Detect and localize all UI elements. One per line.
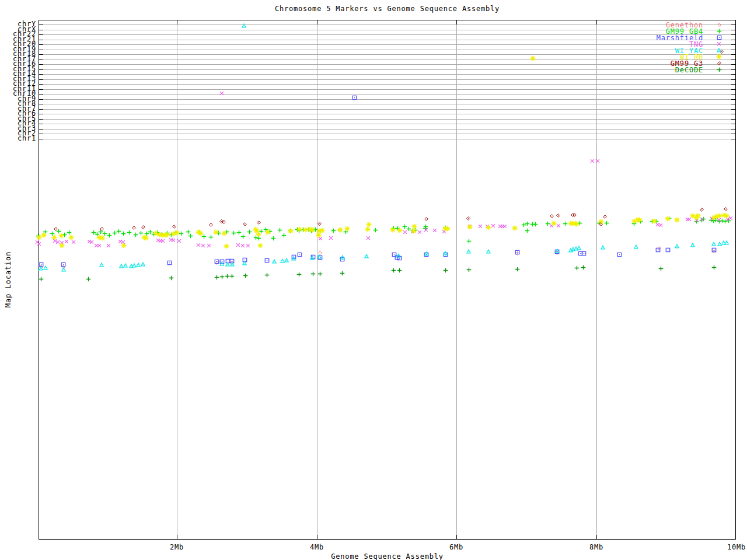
chrom-tick-right — [731, 50, 735, 50]
y-axis-label: Map Location — [4, 251, 12, 307]
chrom-tick-right — [731, 79, 735, 80]
chrom-tick-right — [731, 134, 735, 134]
data-point-decode — [574, 265, 580, 271]
data-point-decode — [214, 275, 219, 280]
data-point-tng — [556, 223, 561, 228]
chrom-gridline — [39, 104, 735, 104]
data-point-gm99-gb4 — [277, 228, 282, 233]
data-point-wi-rh — [99, 235, 105, 241]
data-point-gm99-g3 — [141, 225, 145, 229]
data-point-decode — [397, 268, 402, 273]
data-point-tng — [171, 238, 176, 243]
data-point-gm99-g3 — [172, 225, 176, 229]
data-point-decode — [515, 267, 520, 272]
data-point-marshfield — [352, 95, 357, 100]
data-point-gm99-gb4 — [563, 221, 568, 226]
data-point-wi-rh — [288, 228, 294, 234]
chrom-gridline — [39, 139, 735, 139]
data-point-marshfield — [167, 260, 172, 265]
chrom-tick-left — [39, 24, 43, 25]
data-point-gm99-g3 — [599, 222, 603, 226]
data-point-wi-rh — [213, 229, 219, 235]
data-point-tng — [207, 243, 211, 248]
chrom-gridline — [39, 114, 735, 114]
data-point-wi-rh — [51, 235, 57, 240]
data-point-decode — [296, 272, 302, 277]
chrom-tick-right — [731, 34, 735, 35]
data-point-decode — [229, 274, 235, 279]
data-point-wi-yac — [219, 261, 224, 266]
data-point-tng — [97, 243, 102, 248]
data-point-wi-rh — [467, 224, 473, 230]
x-tick-label: 4Mb — [299, 543, 334, 551]
data-point-marshfield — [711, 247, 717, 253]
data-point-wi-yac — [317, 254, 322, 259]
chrom-tick-left — [39, 94, 43, 94]
data-point-wi-yac — [577, 246, 581, 250]
chrom-tick-left — [39, 99, 43, 100]
data-point-gm99-gb4 — [525, 228, 530, 233]
chrom-tick-right — [731, 74, 735, 75]
data-point-marshfield — [655, 247, 661, 253]
data-point-wi-yac — [61, 267, 66, 272]
x-tick-top — [456, 20, 457, 24]
data-point-marshfield — [264, 258, 270, 263]
chrom-tick-label: chr1 — [1, 136, 36, 141]
data-point-wi-yac — [43, 265, 48, 270]
data-point-wi-yac — [242, 261, 247, 265]
data-point-wi-rh — [309, 227, 315, 233]
chrom-tick-left — [39, 69, 43, 70]
data-point-gm99-gb4 — [281, 233, 287, 238]
chrom-gridline — [39, 94, 735, 94]
data-point-tng — [432, 228, 437, 233]
data-point-gm99-gb4 — [127, 230, 132, 235]
chrom-tick-left — [39, 34, 43, 35]
data-point-wi-rh — [41, 232, 47, 238]
data-point-gm99-gb4 — [533, 222, 538, 227]
chrom-tick-right — [731, 119, 735, 120]
data-point-wi-yac — [272, 259, 277, 264]
data-point-wi-rh — [165, 232, 170, 237]
chrom-tick-right — [731, 40, 735, 40]
data-point-wi-yac — [486, 249, 491, 254]
data-point-decode — [340, 271, 345, 276]
data-point-wi-yac — [443, 251, 448, 256]
data-point-wi-rh — [397, 228, 403, 233]
chrom-tick-left — [39, 74, 43, 75]
data-point-wi-rh — [512, 225, 518, 231]
data-point-tng — [71, 240, 76, 244]
chrom-tick-left — [39, 139, 43, 139]
data-point-tng — [246, 243, 250, 248]
data-point-tng — [502, 224, 507, 229]
x-tick-top — [317, 20, 317, 24]
chrom-gridline — [39, 129, 735, 130]
data-point-decode — [443, 268, 448, 273]
x-tick-label: 6Mb — [439, 543, 474, 551]
chrom-tick-right — [731, 94, 735, 94]
chrom-tick-right — [731, 30, 735, 30]
data-point-gm99-gb4 — [373, 228, 378, 233]
data-point-tng — [240, 243, 245, 248]
chrom-tick-right — [731, 69, 735, 70]
data-point-decode — [243, 273, 248, 278]
chrom-gridline — [39, 119, 735, 120]
chrom-gridline — [39, 109, 735, 110]
chrom-tick-left — [39, 64, 43, 65]
data-point-wi-rh — [551, 220, 557, 226]
data-point-gm99-g3 — [603, 215, 607, 219]
data-point-tng — [37, 242, 41, 246]
data-point-wi-rh — [665, 216, 671, 222]
data-point-gm99-g3 — [317, 222, 322, 226]
data-point-tng — [366, 236, 371, 240]
data-point-marshfield — [297, 252, 302, 257]
data-point-tng — [590, 159, 595, 163]
x-tick-label: 10Mb — [719, 543, 747, 551]
chrom-tick-left — [39, 89, 43, 90]
data-point-wi-yac — [690, 243, 695, 247]
legend-marker-icon — [716, 54, 722, 60]
data-point-wi-rh — [344, 226, 350, 232]
data-point-tng — [403, 230, 407, 235]
data-point-decode — [711, 265, 717, 270]
chrom-tick-left — [39, 44, 43, 45]
data-point-wi-rh — [224, 243, 229, 249]
